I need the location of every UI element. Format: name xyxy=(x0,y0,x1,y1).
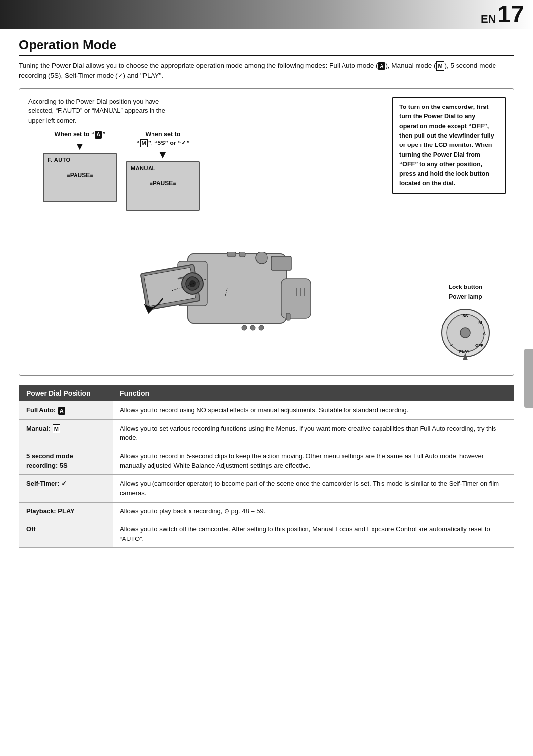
table-header-function: Function xyxy=(113,385,514,401)
lcd-mode-right: MANUAL xyxy=(131,165,195,171)
function-table: Power Dial Position Function Full Auto: … xyxy=(19,385,514,548)
self-timer-icon: ✓ xyxy=(118,72,123,79)
camera-area: Lock button Power lamp 5S M A OFF PLAY ✓ xyxy=(28,215,505,367)
svg-rect-5 xyxy=(271,256,291,270)
page-content: Operation Mode Tuning the Power Dial all… xyxy=(0,29,533,557)
table-row: 5 second moderecording: 5S Allows you to… xyxy=(19,447,514,474)
arrow-down-left: ▼ xyxy=(75,141,85,152)
table-header-position: Power Dial Position xyxy=(19,385,113,401)
table-row: Off Allows you to switch off the camcord… xyxy=(19,520,514,548)
position-cell-3: 5 second moderecording: 5S xyxy=(19,447,113,474)
screen-block-left: When set to “A” ▼ F. AUTO ≡PAUSE≡ xyxy=(43,130,117,211)
lock-button-label: Lock button xyxy=(449,284,483,290)
position-cell-2: Manual: M xyxy=(19,419,113,447)
svg-text:5S: 5S xyxy=(462,313,468,318)
diagram-box: According to the Power Dial position you… xyxy=(19,88,514,376)
svg-point-12 xyxy=(242,325,247,330)
function-cell-6: Allows you to switch off the camcorder. … xyxy=(113,520,514,548)
right-callout-text: To turn on the camcorder, first turn the… xyxy=(399,104,494,187)
manual-icon-table: M xyxy=(53,424,60,433)
lcd-screen-left: F. AUTO ≡PAUSE≡ xyxy=(43,153,117,202)
screen-label-left: When set to “A” xyxy=(55,130,106,139)
page-number: 17 xyxy=(498,2,524,26)
callout-text: According to the Power Dial position you… xyxy=(28,97,181,126)
table-row: Full Auto: A Allows you to record using … xyxy=(19,401,514,420)
svg-point-13 xyxy=(250,325,255,330)
svg-text:M: M xyxy=(478,320,482,325)
function-cell-1: Allows you to record using NO special ef… xyxy=(113,401,514,420)
position-cell-6: Off xyxy=(19,520,113,548)
lcd-screen-right: MANUAL ≡PAUSE≡ xyxy=(126,161,200,211)
svg-text:PLAY: PLAY xyxy=(459,349,470,354)
en-label: EN xyxy=(481,13,496,29)
lcd-mode-left: F. AUTO xyxy=(48,157,112,163)
side-tab xyxy=(524,349,533,408)
svg-point-15 xyxy=(256,252,267,264)
full-auto-icon-label: A xyxy=(95,131,102,138)
svg-point-30 xyxy=(460,328,470,338)
arrow-down-right: ▼ xyxy=(157,149,168,160)
intro-text: Tuning the Power Dial allows you to choo… xyxy=(19,61,514,81)
svg-rect-19 xyxy=(286,313,290,320)
camera-illustration xyxy=(128,215,336,367)
screen-label-right: When set to “M”, “5S” or “✓” xyxy=(136,130,189,147)
dial-detail-area: Lock button Power lamp 5S M A OFF PLAY ✓ xyxy=(436,284,495,362)
table-row: Manual: M Allows you to set various reco… xyxy=(19,419,514,447)
dial-svg: 5S M A OFF PLAY ✓ xyxy=(436,303,495,362)
svg-text:A: A xyxy=(483,331,486,336)
svg-rect-10 xyxy=(227,252,236,257)
function-cell-5: Allows you to play back a recording, ⊙ p… xyxy=(113,502,514,520)
header-bar: EN 17 xyxy=(0,0,533,29)
svg-rect-9 xyxy=(281,279,311,318)
camera-svg-wrap xyxy=(28,215,436,367)
table-row: Playback: PLAY Allows you to play back a… xyxy=(19,502,514,520)
svg-point-8 xyxy=(189,280,196,287)
function-cell-3: Allows you to record in 5-second clips t… xyxy=(113,447,514,474)
position-cell-4: Self-Timer: ✓ xyxy=(19,474,113,502)
svg-text:OFF: OFF xyxy=(475,343,483,348)
screen-block-right: When set to “M”, “5S” or “✓” ▼ MANUAL ≡P… xyxy=(126,130,200,211)
function-cell-4: Allows you (camcorder operator) to becom… xyxy=(113,474,514,502)
svg-point-14 xyxy=(259,325,264,330)
position-cell-5: Playback: PLAY xyxy=(19,502,113,520)
lcd-pause-left: ≡PAUSE≡ xyxy=(48,172,112,179)
right-callout-box: To turn on the camcorder, first turn the… xyxy=(392,97,506,194)
full-auto-icon: A xyxy=(378,62,385,70)
manual-icon: M xyxy=(436,61,444,71)
lcd-pause-right: ≡PAUSE≡ xyxy=(131,180,195,187)
svg-text:✓: ✓ xyxy=(450,343,454,348)
function-cell-2: Allows you to set various recording func… xyxy=(113,419,514,447)
manual-icon-label: M xyxy=(140,139,148,147)
full-auto-icon-table: A xyxy=(58,407,65,415)
power-lamp-label: Power lamp xyxy=(449,293,482,300)
svg-rect-11 xyxy=(239,252,245,257)
section-title: Operation Mode xyxy=(19,37,514,56)
table-row: Self-Timer: ✓ Allows you (camcorder oper… xyxy=(19,474,514,502)
position-cell-1: Full Auto: A xyxy=(19,401,113,420)
